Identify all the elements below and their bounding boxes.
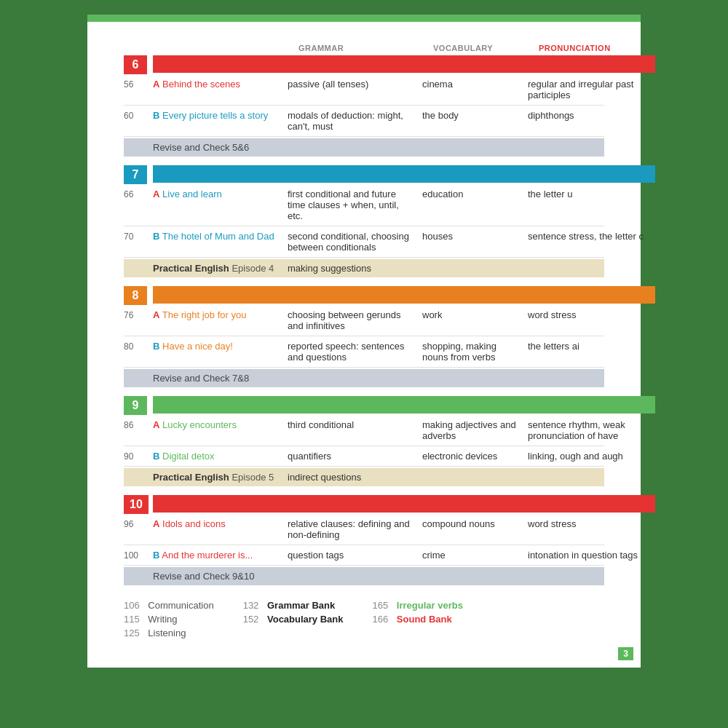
revise-label-78: Revise and Check 7&8 bbox=[153, 373, 677, 384]
vocab-100: crime bbox=[422, 550, 528, 561]
pronun-100: intonation in question tags bbox=[528, 550, 655, 561]
lesson-title-60: B Every picture tells a story bbox=[153, 110, 288, 121]
pronun-86: sentence rhythm, weak pronunciation of h… bbox=[528, 419, 655, 441]
footer-item-listening: 125 Listening bbox=[124, 628, 214, 638]
vocab-80: shopping, making nouns from verbs bbox=[422, 341, 528, 363]
footer-col-2: 132 Grammar Bank 152 Vocabulary Bank bbox=[243, 600, 344, 638]
unit-6-bar-4 bbox=[528, 55, 655, 73]
column-headers: GRAMMAR VOCABULARY PRONUNCIATION bbox=[124, 44, 604, 52]
unit-7-header: 7 bbox=[124, 165, 604, 184]
page-100: 100 bbox=[124, 550, 153, 561]
practical-grammar-5: indirect questions bbox=[288, 472, 422, 483]
vocab-96: compound nouns bbox=[422, 518, 528, 529]
grammar-header: GRAMMAR bbox=[298, 44, 433, 52]
unit-9-header: 9 bbox=[124, 396, 604, 415]
unit-10-lesson-b: 100 B And the murderer is... question ta… bbox=[124, 545, 604, 566]
unit-10-header: 10 bbox=[124, 495, 604, 514]
practical-english-5: Practical English Episode 5 indirect que… bbox=[124, 468, 604, 486]
unit-7-block: 7 66 A Live and learn first conditional … bbox=[124, 165, 604, 277]
page-indicator: 3 bbox=[618, 647, 633, 660]
page-96: 96 bbox=[124, 518, 153, 529]
content: GRAMMAR VOCABULARY PRONUNCIATION 6 56 A bbox=[87, 22, 641, 668]
pronun-56: regular and irregular past participles bbox=[528, 79, 655, 100]
footer-col-1: 106 Communication 115 Writing 125 Listen… bbox=[124, 600, 214, 638]
practical-grammar-4: making suggestions bbox=[288, 263, 422, 274]
unit-8-header: 8 bbox=[124, 286, 604, 305]
vocab-60: the body bbox=[422, 110, 528, 121]
unit-6-block: 6 56 A Behind the scenes passive (all te… bbox=[124, 55, 604, 157]
page-56: 56 bbox=[124, 79, 153, 90]
lesson-title-66: A Live and learn bbox=[153, 189, 288, 199]
grammar-66: first conditional and future time clause… bbox=[288, 189, 422, 221]
unit-6-bar-2 bbox=[288, 55, 422, 73]
unit-7-lesson-b: 70 B The hotel of Mum and Dad second con… bbox=[124, 226, 604, 258]
unit-9-lesson-b: 90 B Digital detox quantifiers electroni… bbox=[124, 446, 604, 467]
grammar-96: relative clauses: defining and non-defin… bbox=[288, 518, 422, 540]
unit-6-header: 6 bbox=[124, 55, 604, 74]
page-70: 70 bbox=[124, 231, 153, 242]
page-60: 60 bbox=[124, 110, 153, 121]
pronun-60: diphthongs bbox=[528, 110, 655, 121]
unit-9-lesson-a: 86 A Lucky encounters third conditional … bbox=[124, 415, 604, 446]
lesson-title-76: A The right job for you bbox=[153, 309, 288, 320]
footer-item-vocab-bank: 152 Vocabulary Bank bbox=[243, 614, 344, 625]
unit-10-block: 10 96 A Idols and icons relative clauses… bbox=[124, 495, 604, 585]
vocab-66: education bbox=[422, 189, 528, 199]
lesson-title-100: B And the murderer is... bbox=[153, 550, 288, 561]
grammar-100: question tags bbox=[288, 550, 422, 561]
unit-6-number: 6 bbox=[124, 55, 147, 74]
pronun-66: the letter u bbox=[528, 189, 655, 199]
pronunciation-header: PRONUNCIATION bbox=[539, 44, 666, 52]
unit-8-lesson-b: 80 B Have a nice day! reported speech: s… bbox=[124, 336, 604, 368]
practical-label-5: Practical English Episode 5 bbox=[153, 472, 288, 483]
unit-6-bar-3 bbox=[422, 55, 528, 73]
unit-6-lesson-a: 56 A Behind the scenes passive (all tens… bbox=[124, 74, 604, 106]
unit-7-number: 7 bbox=[124, 165, 147, 184]
pronun-96: word stress bbox=[528, 518, 655, 529]
unit-8-lesson-a: 76 A The right job for you choosing betw… bbox=[124, 305, 604, 336]
practical-english-4: Practical English Episode 4 making sugge… bbox=[124, 259, 604, 277]
revise-label-910: Revise and Check 9&10 bbox=[153, 571, 677, 582]
pronun-90: linking, ough and augh bbox=[528, 451, 655, 462]
page-86: 86 bbox=[124, 419, 153, 430]
revise-label-56: Revise and Check 5&6 bbox=[153, 142, 677, 153]
unit-6-bar-1 bbox=[153, 55, 288, 73]
grammar-86: third conditional bbox=[288, 419, 422, 430]
vocab-86: making adjectives and adverbs bbox=[422, 419, 528, 441]
vocab-56: cinema bbox=[422, 79, 528, 90]
footer-item-writing: 115 Writing bbox=[124, 614, 214, 625]
lesson-title-56: A Behind the scenes bbox=[153, 79, 288, 90]
pronun-80: the letters ai bbox=[528, 341, 655, 352]
page-76: 76 bbox=[124, 309, 153, 320]
footer-col-3: 165 Irregular verbs 166 Sound Bank bbox=[373, 600, 463, 638]
practical-label-4: Practical English Episode 4 bbox=[153, 263, 288, 274]
revise-check-910: Revise and Check 9&10 bbox=[124, 567, 604, 585]
grammar-56: passive (all tenses) bbox=[288, 79, 422, 90]
revise-check-56: Revise and Check 5&6 bbox=[124, 138, 604, 157]
lesson-title-96: A Idols and icons bbox=[153, 518, 288, 529]
unit-10-lesson-a: 96 A Idols and icons relative clauses: d… bbox=[124, 514, 604, 545]
unit-8-number: 8 bbox=[124, 286, 147, 305]
pronun-76: word stress bbox=[528, 309, 655, 320]
unit-8-block: 8 76 A The right job for you choosing be… bbox=[124, 286, 604, 387]
footer-item-communication: 106 Communication bbox=[124, 600, 214, 611]
page-66: 66 bbox=[124, 189, 153, 199]
vocab-76: work bbox=[422, 309, 528, 320]
footer-item-sound-bank: 166 Sound Bank bbox=[373, 614, 463, 625]
unit-9-number: 9 bbox=[124, 396, 147, 415]
grammar-90: quantifiers bbox=[288, 451, 422, 462]
grammar-60: modals of deduction: might, can't, must bbox=[288, 110, 422, 132]
footer-item-irregular-verbs: 165 Irregular verbs bbox=[373, 600, 463, 611]
pronun-70: sentence stress, the letter c bbox=[528, 231, 655, 242]
vocab-90: electronic devices bbox=[422, 451, 528, 462]
unit-6-lesson-b: 60 B Every picture tells a story modals … bbox=[124, 106, 604, 137]
unit-10-number: 10 bbox=[124, 495, 149, 514]
lesson-title-80: B Have a nice day! bbox=[153, 341, 288, 352]
vocab-70: houses bbox=[422, 231, 528, 242]
revise-check-78: Revise and Check 7&8 bbox=[124, 369, 604, 387]
unit-7-lesson-a: 66 A Live and learn first conditional an… bbox=[124, 184, 604, 226]
grammar-80: reported speech: sentences and questions bbox=[288, 341, 422, 363]
grammar-76: choosing between gerunds and infinitives bbox=[288, 309, 422, 331]
lesson-title-90: B Digital detox bbox=[153, 451, 288, 462]
footer-item-grammar-bank: 132 Grammar Bank bbox=[243, 600, 344, 611]
